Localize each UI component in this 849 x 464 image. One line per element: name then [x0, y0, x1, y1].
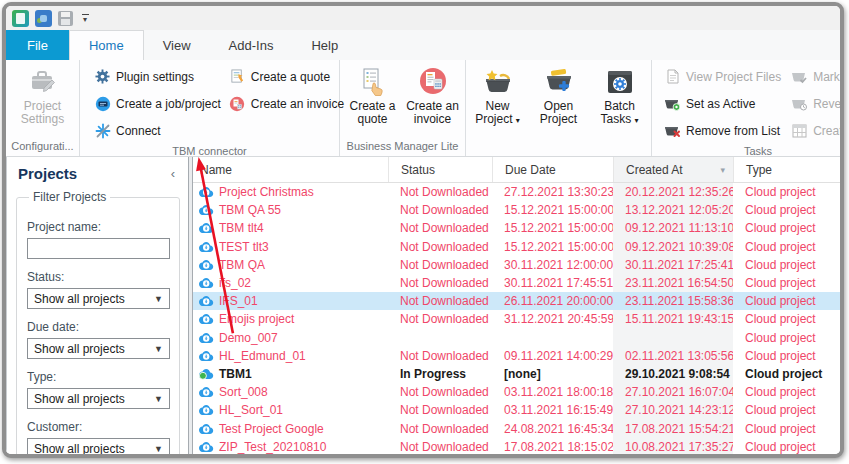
create-quote-button[interactable]: Create a quote	[345, 64, 401, 138]
project-name: TBM1	[219, 367, 252, 381]
create-invoice-button[interactable]: Create an invoice	[405, 64, 461, 138]
cell-type: Cloud project	[733, 401, 840, 419]
table-row[interactable]: HL_Edmund_01Not Downloaded09.11.2021 14:…	[193, 347, 840, 365]
tab-home[interactable]: Home	[69, 30, 144, 60]
table-icon	[791, 122, 808, 139]
table-row[interactable]: HL_Sort_01Not Downloaded03.11.2021 16:15…	[193, 401, 840, 419]
qat-dropdown-icon[interactable]: ▾	[79, 14, 91, 23]
table-row[interactable]: Demo_007Cloud project	[193, 329, 840, 347]
cell-name: IFS_01	[193, 292, 388, 310]
table-row[interactable]: TBM tlt4Not Downloaded15.12.2021 15:00:0…	[193, 219, 840, 237]
table-row[interactable]: TBM1In Progress[none]29.10.2021 9:08:54C…	[193, 365, 840, 383]
cell-due-date: [none]	[492, 365, 613, 383]
table-row[interactable]: ZIP_Test_20210810Not Downloaded17.08.202…	[193, 438, 840, 454]
cell-due-date: 03.11.2021 16:15:49	[492, 401, 613, 419]
cell-name: Project Christmas	[193, 183, 388, 201]
open-project-button[interactable]: Open Project	[531, 64, 586, 138]
chevron-down-icon: ▼	[154, 394, 163, 404]
column-header-name[interactable]: Name	[193, 157, 388, 182]
cell-status: Not Downloaded	[388, 438, 492, 454]
table-row[interactable]: ifs_02Not Downloaded30.11.2021 17:45:512…	[193, 274, 840, 292]
due-date-filter-select[interactable]: Show all projects▼	[27, 338, 170, 359]
create-job-project-button[interactable]: Create a job/project	[90, 91, 225, 116]
cell-name: Test Project Google	[193, 419, 388, 437]
filter-projects-group: Filter Projects Project name: Status: Sh…	[16, 190, 180, 454]
customer-filter-select[interactable]: Show all projects▼	[27, 438, 170, 454]
ribbon-group-tbm-connector: Plugin settings Create a job/project Con…	[80, 60, 340, 156]
create-pr-button[interactable]: Create Pr	[787, 118, 836, 143]
column-header-status[interactable]: Status	[388, 157, 492, 182]
cell-created-at: 29.10.2021 9:08:54	[613, 365, 733, 383]
cell-name: Emojis project	[193, 310, 388, 328]
project-name: Test Project Google	[219, 422, 324, 436]
table-row[interactable]: Test Project GoogleNot Downloaded24.08.2…	[193, 419, 840, 437]
cell-type: Cloud project	[733, 274, 840, 292]
table-row[interactable]: IFS_01Not Downloaded26.11.2021 20:00:002…	[193, 292, 840, 310]
table-row[interactable]: TEST tlt3Not Downloaded15.12.2021 15:00:…	[193, 238, 840, 256]
cell-name: ZIP_Test_20210810	[193, 438, 388, 454]
connect-button[interactable]: Connect	[90, 118, 225, 143]
cell-name: TEST tlt3	[193, 238, 388, 256]
cell-type: Cloud project	[733, 201, 840, 219]
ribbon-group-bml: Create a quote Create an invoice Busines…	[340, 60, 466, 156]
cell-type: Cloud project	[733, 419, 840, 437]
projects-table: Name Status Due Date Created At▾ Type Pr…	[192, 157, 840, 454]
table-row[interactable]: Emojis projectNot Downloaded31.12.2021 2…	[193, 310, 840, 328]
plugins-icon[interactable]	[35, 10, 52, 27]
mark-as-complete-button[interactable]: Mark as C	[787, 64, 836, 89]
table-row[interactable]: TBM QANot Downloaded30.11.2021 12:00:003…	[193, 256, 840, 274]
new-project-button[interactable]: New Project ▾	[470, 64, 525, 138]
collapse-sidebar-icon[interactable]: ‹	[171, 166, 178, 181]
open-project-icon	[544, 67, 574, 97]
create-invoice-small-button[interactable]: Create an invoice	[225, 91, 348, 116]
project-name: HL_Sort_01	[219, 403, 283, 417]
gear-icon	[94, 68, 111, 85]
project-settings-button[interactable]: Project Settings	[15, 64, 71, 138]
column-header-type[interactable]: Type	[733, 157, 840, 182]
projects-sidebar: Projects ‹ Filter Projects Project name:…	[6, 157, 189, 454]
revert-to-button[interactable]: Revert to	[787, 91, 836, 116]
type-filter-select[interactable]: Show all projects▼	[27, 388, 170, 409]
create-quote-small-button[interactable]: Create a quote	[225, 64, 348, 89]
app-icon	[12, 10, 29, 27]
mark-as-complete-label: Mark as C	[813, 70, 840, 84]
ribbon-group-project-actions: New Project ▾ Open Project Batch Tasks ▾	[466, 60, 652, 156]
plugin-settings-button[interactable]: Plugin settings	[90, 64, 225, 89]
cloud-download-icon	[198, 222, 214, 234]
table-row[interactable]: Sort_008Not Downloaded03.11.2021 18:00:1…	[193, 383, 840, 401]
type-filter-label: Type:	[27, 370, 170, 384]
column-header-due-date[interactable]: Due Date	[492, 157, 613, 182]
column-header-created-at[interactable]: Created At▾	[613, 157, 733, 182]
cell-type: Cloud project	[733, 256, 840, 274]
tab-addins[interactable]: Add-Ins	[210, 30, 293, 60]
cell-name: Sort_008	[193, 383, 388, 401]
set-as-active-button[interactable]: Set as Active	[660, 91, 785, 116]
tab-file[interactable]: File	[6, 30, 69, 60]
batch-tasks-button[interactable]: Batch Tasks ▾	[592, 64, 647, 138]
project-settings-icon	[28, 67, 58, 97]
cell-due-date: 17.08.2021 18:15:02	[492, 438, 613, 454]
status-filter-select[interactable]: Show all projects▼	[27, 288, 170, 309]
tab-view[interactable]: View	[144, 30, 210, 60]
table-row[interactable]: Project ChristmasNot Downloaded27.12.202…	[193, 183, 840, 201]
cell-status: Not Downloaded	[388, 419, 492, 437]
cell-created-at: 23.11.2021 16:54:50	[613, 274, 733, 292]
save-icon[interactable]	[58, 11, 73, 26]
project-name: ifs_02	[219, 276, 251, 290]
cell-status: Not Downloaded	[388, 219, 492, 237]
create-pr-label: Create Pr	[813, 124, 840, 138]
chevron-down-icon: ▾	[635, 116, 639, 125]
table-row[interactable]: TBM QA 55Not Downloaded15.12.2021 15:00:…	[193, 201, 840, 219]
group-label-bml: Business Manager Lite	[340, 138, 465, 156]
cell-status	[388, 329, 492, 347]
filter-projects-legend: Filter Projects	[29, 190, 110, 204]
remove-from-list-button[interactable]: Remove from List	[660, 118, 785, 143]
view-project-files-button[interactable]: View Project Files	[660, 64, 785, 89]
tab-help[interactable]: Help	[292, 30, 357, 60]
invoice-icon	[229, 95, 246, 112]
project-name-input[interactable]	[27, 238, 170, 259]
create-invoice-label: Create an invoice	[406, 100, 459, 126]
chevron-down-icon: ▾	[516, 116, 520, 125]
cell-created-at: 27.10.2021 16:07:04	[613, 383, 733, 401]
cell-type: Cloud project	[733, 329, 840, 347]
